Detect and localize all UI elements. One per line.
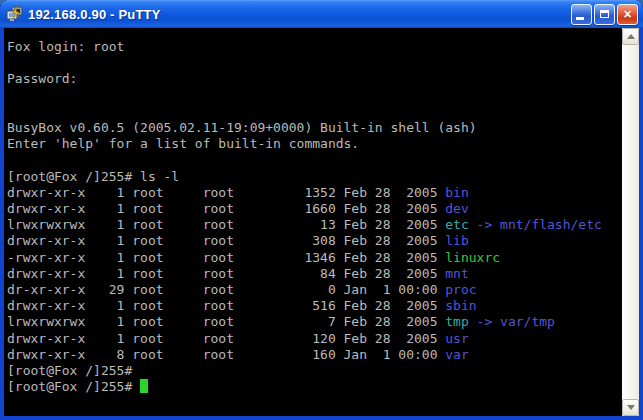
scrollbar-track[interactable] bbox=[622, 45, 639, 399]
terminal-line: drwxr-xr-x 1 root root 308 Feb 28 2005 l… bbox=[7, 233, 622, 249]
terminal-line: drwxr-xr-x 1 root root 120 Feb 28 2005 u… bbox=[7, 331, 622, 347]
maximize-button[interactable] bbox=[594, 4, 615, 25]
scroll-up-button[interactable] bbox=[622, 28, 639, 45]
window-title: 192.168.0.90 - PuTTY bbox=[28, 7, 571, 22]
terminal-line: drwxr-xr-x 1 root root 516 Feb 28 2005 s… bbox=[7, 298, 622, 314]
titlebar[interactable]: 192.168.0.90 - PuTTY × bbox=[0, 0, 643, 28]
scroll-down-button[interactable] bbox=[622, 399, 639, 416]
terminal-line: drwxr-xr-x 1 root root 84 Feb 28 2005 mn… bbox=[7, 266, 622, 282]
terminal-line: Fox login: root bbox=[7, 39, 622, 55]
terminal-line bbox=[7, 104, 622, 120]
window-controls: × bbox=[571, 4, 638, 25]
close-button[interactable]: × bbox=[617, 4, 638, 25]
terminal-output: Fox login: root Password: BusyBox v0.60.… bbox=[7, 39, 622, 395]
putty-app-icon bbox=[6, 5, 24, 23]
terminal-line: drwxr-xr-x 1 root root 1352 Feb 28 2005 … bbox=[7, 185, 622, 201]
terminal-line: BusyBox v0.60.5 (2005.02.11-19:09+0000) … bbox=[7, 120, 622, 136]
minimize-icon bbox=[576, 17, 584, 20]
terminal-screen[interactable]: Fox login: root Password: BusyBox v0.60.… bbox=[4, 28, 622, 416]
terminal-line: drwxr-xr-x 8 root root 160 Jan 1 00:00 v… bbox=[7, 347, 622, 363]
scroll-down-icon bbox=[627, 405, 635, 410]
terminal-line bbox=[7, 152, 622, 168]
terminal-line: lrwxrwxrwx 1 root root 7 Feb 28 2005 tmp… bbox=[7, 314, 622, 330]
maximize-icon bbox=[600, 10, 609, 18]
terminal-line bbox=[7, 88, 622, 104]
window-body: Fox login: root Password: BusyBox v0.60.… bbox=[0, 28, 643, 420]
terminal-line: dr-xr-xr-x 29 root root 0 Jan 1 00:00 pr… bbox=[7, 282, 622, 298]
terminal-line: lrwxrwxrwx 1 root root 13 Feb 28 2005 et… bbox=[7, 217, 622, 233]
scroll-up-icon bbox=[627, 34, 635, 39]
terminal-line bbox=[7, 55, 622, 71]
close-icon: × bbox=[623, 7, 631, 21]
terminal-line: -rwxr-xr-x 1 root root 1346 Feb 28 2005 … bbox=[7, 250, 622, 266]
terminal-line: Enter 'help' for a list of built-in comm… bbox=[7, 136, 622, 152]
terminal-cursor bbox=[140, 379, 148, 393]
terminal-line: [root@Fox /]255# bbox=[7, 363, 622, 379]
minimize-button[interactable] bbox=[571, 4, 592, 25]
terminal-line: drwxr-xr-x 1 root root 1660 Feb 28 2005 … bbox=[7, 201, 622, 217]
terminal-line: [root@Fox /]255# bbox=[7, 379, 622, 395]
terminal-line: Password: bbox=[7, 71, 622, 87]
terminal-line: [root@Fox /]255# ls -l bbox=[7, 169, 622, 185]
scrollbar[interactable] bbox=[622, 28, 639, 416]
putty-window: 192.168.0.90 - PuTTY × Fox login: root P… bbox=[0, 0, 643, 420]
